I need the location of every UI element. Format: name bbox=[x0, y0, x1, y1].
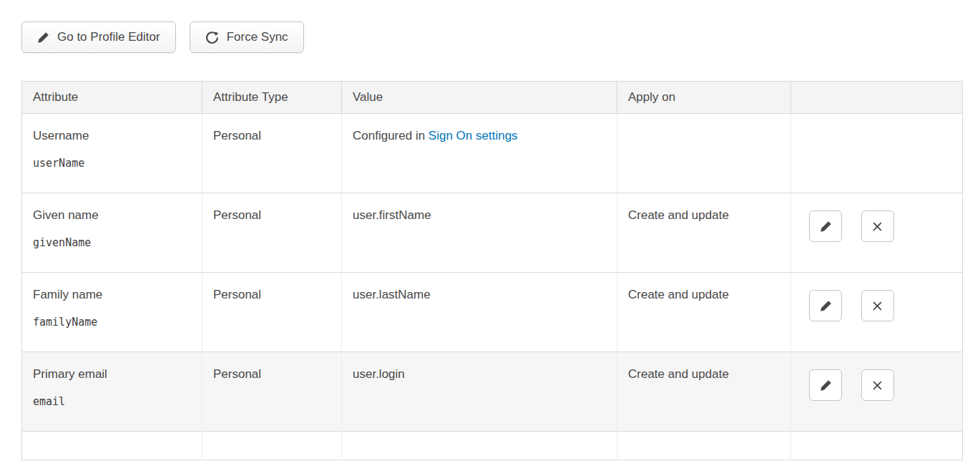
apply-on-cell bbox=[617, 114, 791, 193]
edit-mapping-button[interactable] bbox=[809, 369, 842, 401]
header-value: Value bbox=[342, 82, 617, 114]
toolbar: Go to Profile Editor Force Sync bbox=[21, 21, 980, 53]
value-cell: user.firstName bbox=[342, 193, 617, 273]
pencil-icon bbox=[820, 220, 832, 233]
refresh-icon bbox=[205, 31, 219, 44]
header-attribute-type: Attribute Type bbox=[202, 82, 342, 114]
attribute-cell: Given name givenName bbox=[22, 193, 202, 273]
force-sync-button[interactable]: Force Sync bbox=[190, 21, 304, 53]
value-cell bbox=[342, 432, 617, 460]
attribute-type-cell bbox=[202, 432, 342, 460]
table-row bbox=[22, 432, 963, 460]
apply-on-cell bbox=[617, 432, 791, 460]
apply-on-cell: Create and update bbox=[617, 352, 791, 432]
value-prefix-text: Configured in bbox=[353, 129, 428, 142]
header-apply-on: Apply on bbox=[617, 82, 791, 114]
attribute-cell bbox=[22, 432, 202, 460]
table-header-row: Attribute Attribute Type Value Apply on bbox=[22, 82, 963, 114]
attribute-type-cell: Personal bbox=[202, 114, 342, 193]
pencil-icon bbox=[820, 300, 832, 312]
header-actions bbox=[791, 82, 963, 114]
attribute-mappings-table: Attribute Attribute Type Value Apply on … bbox=[21, 81, 963, 460]
attribute-type-cell: Personal bbox=[202, 273, 342, 352]
actions-cell bbox=[791, 273, 963, 352]
go-to-profile-editor-label: Go to Profile Editor bbox=[57, 30, 160, 44]
apply-on-cell: Create and update bbox=[617, 193, 791, 273]
force-sync-label: Force Sync bbox=[227, 30, 288, 44]
sign-on-settings-link[interactable]: Sign On settings bbox=[428, 129, 518, 142]
attribute-label: Username bbox=[33, 129, 191, 143]
table-row: Family name familyName Personal user.las… bbox=[22, 273, 963, 352]
pencil-icon bbox=[37, 31, 49, 44]
attribute-variable-name: userName bbox=[33, 157, 191, 170]
attribute-label: Family name bbox=[33, 288, 191, 302]
table-row: Username userName Personal Configured in… bbox=[22, 114, 963, 193]
value-cell: Configured in Sign On settings bbox=[342, 114, 617, 193]
go-to-profile-editor-button[interactable]: Go to Profile Editor bbox=[21, 21, 176, 53]
actions-cell bbox=[791, 432, 963, 460]
attribute-cell: Family name familyName bbox=[22, 273, 202, 352]
edit-mapping-button[interactable] bbox=[809, 290, 842, 321]
actions-cell bbox=[791, 114, 963, 193]
attribute-mappings-page: Go to Profile Editor Force Sync Attribut… bbox=[0, 0, 980, 461]
apply-on-cell: Create and update bbox=[617, 273, 791, 352]
attribute-variable-name: familyName bbox=[33, 316, 191, 329]
value-cell: user.lastName bbox=[342, 273, 617, 352]
attribute-type-cell: Personal bbox=[202, 352, 342, 432]
header-attribute: Attribute bbox=[22, 82, 202, 114]
pencil-icon bbox=[820, 379, 832, 392]
attribute-variable-name: email bbox=[33, 395, 191, 408]
edit-mapping-button[interactable] bbox=[809, 210, 842, 242]
attribute-type-cell: Personal bbox=[202, 193, 342, 273]
delete-mapping-button[interactable] bbox=[861, 210, 894, 242]
table-row: Primary email email Personal user.login … bbox=[22, 352, 963, 432]
table-row: Given name givenName Personal user.first… bbox=[22, 193, 963, 273]
attribute-cell: Primary email email bbox=[22, 352, 202, 432]
actions-cell bbox=[791, 352, 963, 432]
x-icon bbox=[871, 379, 883, 392]
attribute-variable-name: givenName bbox=[33, 236, 191, 249]
attribute-label: Primary email bbox=[33, 367, 191, 382]
value-cell: user.login bbox=[342, 352, 617, 432]
delete-mapping-button[interactable] bbox=[861, 369, 894, 401]
delete-mapping-button[interactable] bbox=[861, 290, 894, 321]
actions-cell bbox=[791, 193, 963, 273]
attribute-label: Given name bbox=[33, 208, 191, 223]
x-icon bbox=[871, 220, 883, 233]
x-icon bbox=[871, 300, 883, 312]
attribute-cell: Username userName bbox=[22, 114, 202, 193]
